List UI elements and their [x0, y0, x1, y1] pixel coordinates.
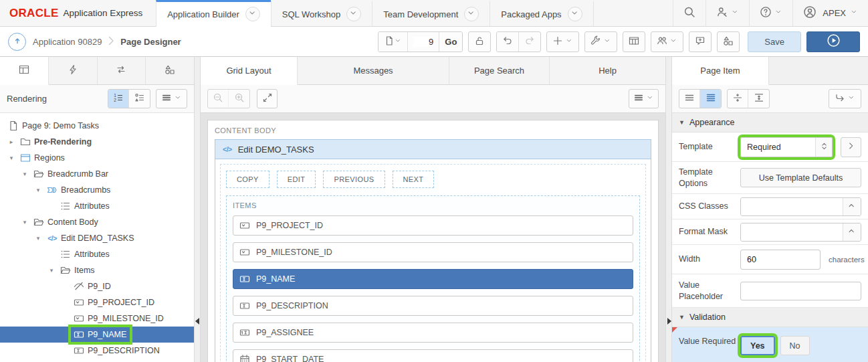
- section-validation[interactable]: ▼ Validation: [672, 308, 868, 327]
- disclosure-open-icon[interactable]: ▾: [19, 171, 31, 177]
- shapes-button[interactable]: [717, 31, 740, 52]
- zoom-out-button[interactable]: [208, 90, 229, 108]
- disclosure-open-icon[interactable]: ▾: [45, 267, 58, 274]
- feedback-button[interactable]: [689, 31, 712, 52]
- collapse-right-icon[interactable]: [667, 318, 671, 325]
- tree-item[interactable]: ▸Pre-Rendering: [0, 134, 194, 150]
- disclosure-open-icon[interactable]: ▾: [19, 219, 31, 225]
- tree-item[interactable]: P9_MILESTONE_ID: [0, 310, 194, 327]
- page-layout-button[interactable]: [623, 31, 645, 52]
- tree-item[interactable]: ▾</>Edit DEMO_TASKS: [0, 230, 194, 246]
- tab-page-shared-components[interactable]: [146, 57, 194, 84]
- administration-button[interactable]: [706, 0, 749, 26]
- sort-order-button[interactable]: 12: [108, 90, 129, 108]
- grid-item[interactable]: P9_MILESTONE_ID: [233, 242, 633, 262]
- tree-item[interactable]: ▾Items: [0, 262, 194, 278]
- value-required-no-button[interactable]: No: [780, 336, 810, 355]
- region-button-previous[interactable]: PREVIOUS: [323, 171, 385, 188]
- region-button-edit[interactable]: EDIT: [277, 171, 316, 188]
- tab-team-development[interactable]: Team Development: [372, 0, 490, 26]
- user-menu-button[interactable]: APEX: [792, 0, 868, 26]
- section-appearance[interactable]: ▼ Appearance: [672, 113, 868, 132]
- page-number-input[interactable]: [413, 37, 433, 47]
- lock-button[interactable]: [468, 31, 491, 52]
- tab-menu-button[interactable]: [346, 7, 361, 21]
- tab-messages[interactable]: Messages: [298, 57, 449, 84]
- tab-packaged-apps[interactable]: Packaged Apps: [490, 0, 593, 26]
- tab-menu-button[interactable]: [464, 7, 479, 21]
- go-to-group-button[interactable]: [829, 89, 861, 108]
- css-classes-input[interactable]: [741, 198, 843, 215]
- tab-help[interactable]: Help: [550, 57, 665, 84]
- value-required-yes-button[interactable]: Yes: [740, 336, 775, 355]
- width-input[interactable]: [740, 250, 821, 270]
- go-up-button[interactable]: [8, 33, 26, 51]
- format-mask-picker-button[interactable]: [843, 223, 861, 241]
- region-button-copy[interactable]: COPY: [226, 171, 269, 188]
- tab-grid-layout[interactable]: Grid Layout: [201, 57, 298, 85]
- format-mask-input[interactable]: [741, 223, 843, 241]
- zoom-in-button[interactable]: [229, 90, 249, 108]
- tab-processing[interactable]: [98, 57, 146, 84]
- go-button[interactable]: Go: [439, 32, 462, 52]
- utilities-button[interactable]: [584, 31, 617, 52]
- tree-item[interactable]: ▾Breadcrumb Bar: [0, 166, 194, 182]
- save-button[interactable]: Save: [748, 31, 801, 52]
- template-quick-pick-button[interactable]: [841, 137, 861, 157]
- expand-all-button[interactable]: [748, 90, 769, 108]
- tab-menu-button[interactable]: [568, 7, 582, 21]
- template-defaults-button[interactable]: Use Template Defaults: [740, 168, 861, 187]
- tree-item[interactable]: ▾Breadcrumbs: [0, 182, 194, 198]
- region-edit-demo-tasks[interactable]: </> Edit DEMO_TASKS: [215, 139, 651, 159]
- right-splitter[interactable]: [665, 57, 672, 362]
- display-menu-button[interactable]: [629, 89, 659, 108]
- css-classes-picker-button[interactable]: [843, 198, 861, 215]
- tab-page-item[interactable]: Page Item: [672, 57, 769, 85]
- tree-item[interactable]: Attributes: [0, 198, 194, 214]
- tree-item[interactable]: P9_ID: [0, 278, 194, 294]
- search-button[interactable]: [673, 0, 706, 26]
- grid-item[interactable]: P9_START_DATE: [233, 349, 633, 362]
- tree-menu-button[interactable]: [156, 89, 187, 108]
- disclosure-closed-icon[interactable]: ▸: [5, 139, 17, 145]
- tab-application-builder[interactable]: Application Builder: [156, 0, 271, 27]
- grid-item[interactable]: P9_NAME: [233, 269, 633, 289]
- tab-rendering[interactable]: [0, 57, 49, 85]
- collapse-all-button[interactable]: [728, 90, 748, 108]
- tree-item[interactable]: P9_DESCRIPTION: [0, 343, 194, 359]
- help-menu-button[interactable]: [749, 0, 792, 26]
- tree-item[interactable]: Attributes: [0, 246, 194, 262]
- tree-item[interactable]: P9_NAME: [0, 327, 194, 343]
- disclosure-open-icon[interactable]: ▾: [5, 155, 17, 161]
- spinner-icon[interactable]: [815, 138, 832, 157]
- create-button[interactable]: [546, 31, 579, 52]
- value-placeholder-input[interactable]: [740, 282, 861, 300]
- grid-item[interactable]: P9_DESCRIPTION: [233, 296, 633, 316]
- sort-type-button[interactable]: [129, 90, 150, 108]
- run-page-button[interactable]: [806, 31, 860, 52]
- tree-item[interactable]: ▾Content Body: [0, 214, 194, 230]
- tab-menu-button[interactable]: [245, 7, 260, 21]
- left-splitter[interactable]: [194, 57, 201, 362]
- grid-item[interactable]: P9_PROJECT_ID: [233, 215, 633, 236]
- region-button-next[interactable]: NEXT: [393, 171, 435, 188]
- template-select[interactable]: Required: [740, 137, 833, 157]
- expand-button[interactable]: [257, 89, 278, 108]
- disclosure-open-icon[interactable]: ▾: [32, 187, 44, 193]
- view-full-button[interactable]: [700, 90, 721, 108]
- tree-item[interactable]: ▾Regions: [0, 150, 194, 166]
- tree-item[interactable]: P9_PROJECT_ID: [0, 294, 194, 310]
- tab-sql-workshop[interactable]: SQL Workshop: [271, 0, 372, 26]
- page-selector-button[interactable]: [378, 32, 408, 52]
- shared-components-button[interactable]: [651, 31, 683, 52]
- breadcrumb-application[interactable]: Application 90829: [33, 37, 102, 47]
- tree-item[interactable]: Page 9: Demo Tasks: [0, 118, 194, 134]
- grid-item[interactable]: P9_ASSIGNEE: [233, 323, 633, 343]
- tab-page-search[interactable]: Page Search: [449, 57, 550, 84]
- view-compact-button[interactable]: [679, 90, 700, 108]
- redo-button[interactable]: [519, 32, 540, 52]
- collapse-left-icon[interactable]: [195, 318, 199, 325]
- tab-dynamic-actions[interactable]: [49, 57, 98, 84]
- undo-button[interactable]: [497, 32, 519, 52]
- disclosure-open-icon[interactable]: ▾: [32, 235, 44, 242]
